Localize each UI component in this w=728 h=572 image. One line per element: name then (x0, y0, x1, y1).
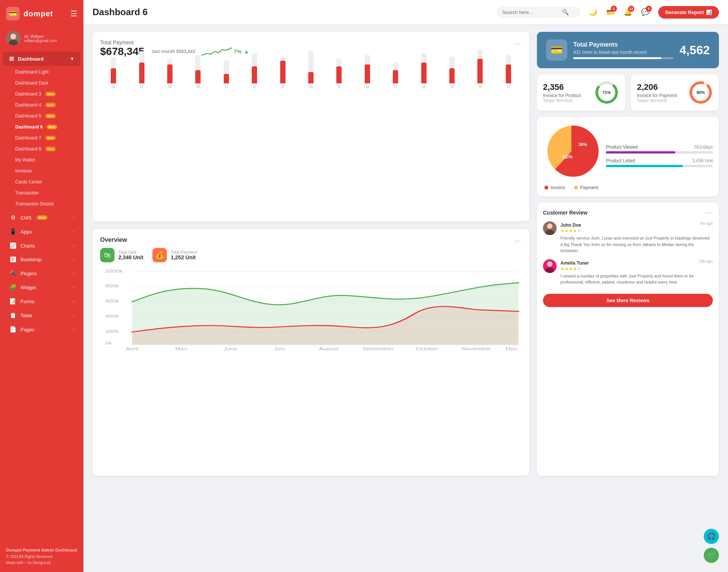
pie-product-card: 62% 38% Invoice Payment (537, 117, 719, 196)
bar-inner (280, 61, 286, 83)
x-label-dec: Dec. (505, 347, 519, 351)
sidebar-sub-item[interactable]: Transaction (3, 188, 80, 198)
user-profile[interactable]: Hi, William william@gmail.com (0, 27, 83, 51)
dashboard-sub-items: Dashboard LightDashboard DarkDashboard 3… (0, 67, 83, 209)
sidebar-sub-item[interactable]: Dashboard 5New (3, 111, 80, 121)
sidebar-item-cms[interactable]: ⚙ CMS New › (3, 211, 80, 224)
legend-invoice: Invoice (544, 185, 565, 190)
sidebar-item-bootstrap[interactable]: 🅱 Bootstrap › (3, 253, 80, 266)
forms-icon: 📝 (9, 298, 17, 305)
nav-item-label: Forms (20, 299, 35, 304)
support-button[interactable]: 🎧 (704, 529, 719, 544)
review-item: John Doe 5m ago ★★★★★ Friendly service J… (543, 221, 713, 254)
bar-outer (195, 55, 201, 83)
x-label-june: June (223, 347, 237, 351)
search-bar[interactable]: 🔍 (497, 6, 580, 18)
sidebar-sub-item[interactable]: Dashboard 8New (3, 144, 80, 154)
bar-outer (139, 51, 144, 83)
total-payment-title: Total Payment $678,345 last month $563,4… (100, 39, 249, 58)
user-greeting: Hi, William (24, 34, 57, 39)
bar-group: 07 (128, 51, 155, 89)
sidebar-item-table[interactable]: 📋 Table › (3, 309, 80, 322)
chevron-right-icon: › (73, 299, 74, 304)
sidebar-sub-item[interactable]: Dashboard 4New (3, 100, 80, 110)
area-chart: 1000k 800k 600k 400k 200k 0k (100, 267, 522, 350)
sidebar-item-charts[interactable]: 📈 Charts › (3, 239, 80, 252)
sidebar-item-forms[interactable]: 📝 Forms › (3, 295, 80, 308)
chevron-down-icon: ▼ (70, 56, 74, 61)
sidebar-sub-item[interactable]: My Wallet (3, 155, 80, 165)
bar-group: 14 (298, 51, 324, 89)
bar-label: 06 (111, 85, 115, 89)
content-area: Total Payment $678,345 last month $563,4… (83, 24, 728, 572)
y-label-0k: 0k (105, 341, 112, 346)
y-label-800k: 800k (105, 284, 119, 288)
sidebar-item-plugins[interactable]: 🔌 Plugins › (3, 266, 80, 280)
dashboard-icon: ⊞ (9, 55, 14, 62)
reviewer-avatar (543, 221, 557, 235)
sidebar-sub-item[interactable]: Dashboard 3New (3, 89, 80, 99)
product-listed-bar (606, 165, 713, 167)
chevron-right-icon: › (73, 271, 74, 276)
bar-group: 17 (382, 63, 409, 89)
bar-outer (506, 55, 511, 83)
dashboard-menu-header[interactable]: ⊞ Dashboard ▼ (3, 52, 80, 66)
y-label-1000k: 1000k (105, 269, 123, 273)
total-payments-info: Total Payments 431 more to break last mo… (573, 41, 673, 59)
plugins-icon: 🔌 (9, 270, 17, 277)
tp-number: 4,562 (679, 43, 710, 57)
sidebar-sub-item[interactable]: Transaction Details (3, 199, 80, 209)
star-icon: ★ (577, 228, 581, 234)
sidebar-sub-item[interactable]: Dashboard 7New (3, 133, 80, 143)
bar-label: 07 (140, 85, 144, 89)
sub-item-label: Dashboard 7 (15, 135, 41, 141)
bar-outer (365, 55, 370, 83)
sidebar-logo[interactable]: 💳 dompet ☰ (0, 0, 83, 27)
bar-group: 13 (269, 57, 296, 89)
reviewer-avatar (543, 259, 557, 273)
review-content: John Doe 5m ago ★★★★★ Friendly service J… (560, 221, 713, 254)
bar-inner (252, 66, 257, 83)
bell-notifications-button[interactable]: 🔔 12 (621, 5, 635, 19)
sidebar-sub-item[interactable]: Invoices (3, 166, 80, 176)
review-title: Customer Review (543, 210, 587, 216)
bar-chart: 06 07 08 09 11 12 13 14 (100, 62, 522, 96)
x-label-october: October (416, 347, 439, 351)
review-text: Friendly service Josh, Lunar and everyon… (560, 235, 713, 254)
cms-icon: ⚙ (9, 214, 17, 221)
x-label-august: August (319, 347, 339, 351)
generate-report-button[interactable]: Generate Report 📊 (658, 6, 719, 19)
see-more-reviews-button[interactable]: See More Reviews (543, 294, 713, 307)
topbar: Dashboard 6 🔍 🌙 💳 2 🔔 12 💬 5 Generate Re… (83, 0, 728, 24)
product-stats: Product Viewed 561/days Product Listed 3… (606, 144, 713, 172)
review-more-button[interactable]: ⋯ (705, 208, 713, 217)
sidebar-sub-item[interactable]: Dashboard Dark (3, 78, 80, 88)
chevron-right-icon: › (73, 285, 74, 290)
bar-outer (393, 63, 398, 83)
chat-notifications-button[interactable]: 💬 5 (639, 5, 652, 19)
bar-label: 14 (309, 85, 313, 89)
wallet-notifications-button[interactable]: 💳 2 (604, 5, 617, 19)
theme-toggle-button[interactable]: 🌙 (586, 5, 600, 19)
cart-button[interactable]: 🛒 (704, 548, 719, 563)
more-options-button[interactable]: ⋯ (514, 39, 522, 48)
bar-outer (111, 57, 116, 83)
sidebar-item-apps[interactable]: 📱 Apps › (3, 225, 80, 238)
overview-header: Overview ⋯ (100, 237, 522, 245)
nav-item-label: Apps (20, 229, 32, 235)
sidebar-sub-item[interactable]: Dashboard Light (3, 67, 80, 77)
bar-label: 17 (394, 85, 397, 89)
hamburger-icon[interactable]: ☰ (71, 9, 77, 18)
sidebar-item-pages[interactable]: 📄 Pages › (3, 323, 80, 336)
invoice-payment-target: Target 3k/month (637, 98, 684, 103)
search-input[interactable] (502, 9, 559, 15)
overview-more-button[interactable]: ⋯ (514, 237, 522, 245)
y-label-200k: 200k (105, 329, 119, 334)
sidebar-sub-item[interactable]: Cards Center (3, 177, 80, 187)
nav-item-label: Charts (20, 243, 35, 249)
chevron-right-icon: › (73, 215, 74, 220)
sidebar-sub-item[interactable]: Dashboard 6New (3, 122, 80, 132)
bar-inner (421, 63, 427, 83)
sidebar-item-widget[interactable]: 🧩 Widget › (3, 281, 80, 294)
bar-outer (421, 53, 427, 83)
